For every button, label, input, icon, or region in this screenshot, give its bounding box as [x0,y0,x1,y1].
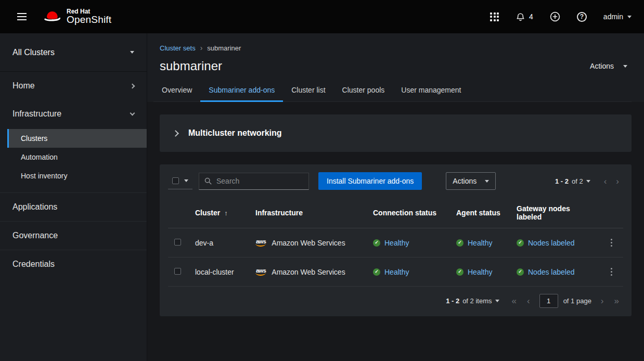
aws-icon: aws [255,267,266,276]
agent-status-link[interactable]: ✓ Healthy [456,239,504,247]
pagination-menu-toggle[interactable]: 1 - 2 of 2 [555,177,590,185]
check-circle-icon: ✓ [373,268,380,276]
row-kebab-menu-button[interactable] [606,266,617,278]
column-header-agent-status: Agent status [450,198,510,228]
search-input[interactable] [216,177,303,185]
table-actions-label: Actions [453,177,476,185]
sidebar-item-infrastructure[interactable]: Infrastructure [0,100,147,128]
sidebar-item-label: Credentials [12,260,55,269]
pagination-next-button[interactable]: › [597,296,608,305]
check-circle-icon: ✓ [456,239,463,247]
table-row: local-cluster aws Amazon Web Services ✓ [168,257,623,287]
column-header-connection-status: Connection status [367,198,450,228]
search-box [199,173,309,190]
multicluster-networking-title: Multicluster networking [188,128,282,138]
pagination-total: of 2 [572,177,583,185]
pagination-first-button[interactable]: « [508,296,521,305]
sidebar-item-host-inventory[interactable]: Host inventory [7,166,147,185]
table-row: dev-a aws Amazon Web Services ✓ [168,228,623,257]
caret-down-icon [586,180,590,183]
help-button[interactable]: ? [577,12,587,22]
column-header-infrastructure: Infrastructure [249,198,367,228]
page-header: Cluster sets › submariner submariner Act… [147,33,644,102]
page-actions-label: Actions [590,62,614,70]
gateway-status-link[interactable]: ✓ Nodes labeled [517,268,593,276]
tab-user-management[interactable]: User management [393,80,469,101]
sidebar-item-automation[interactable]: Automation [7,148,147,166]
breadcrumb: Cluster sets › submariner [160,44,632,52]
gateway-status-link[interactable]: ✓ Nodes labeled [517,239,593,247]
row-kebab-menu-button[interactable] [606,237,617,249]
row-checkbox[interactable] [174,268,181,275]
cluster-name: local-cluster [189,257,249,287]
tab-cluster-list[interactable]: Cluster list [283,80,333,101]
column-header-cluster[interactable]: Cluster ↑ [195,209,243,217]
app-launcher-button[interactable] [490,12,499,21]
username-label: admin [603,12,623,21]
tab-cluster-pools[interactable]: Cluster pools [334,80,393,101]
status-label: Nodes labeled [528,268,575,276]
expand-chevron-icon[interactable] [172,130,179,137]
pagination-range: 1 - 2 [555,177,569,185]
sidebar-item-governance[interactable]: Governance [0,221,147,250]
pagination-range: 1 - 2 [446,297,459,305]
pagination-total: of 2 items [462,297,492,305]
bell-icon [516,12,525,22]
pagination-nav: « ‹ of 1 page › » [508,294,624,308]
select-all-checkbox[interactable] [172,177,179,184]
connection-status-link[interactable]: ✓ Healthy [373,268,444,276]
tab-submariner-add-ons[interactable]: Submariner add-ons [200,80,283,101]
row-checkbox[interactable] [174,239,181,246]
nav-toggle-button[interactable] [12,7,31,26]
sidebar-item-clusters[interactable]: Clusters [7,129,147,148]
chevron-right-icon [130,83,135,88]
actions-column-header [599,198,623,228]
brand-line2: OpenShift [67,15,111,25]
install-submariner-button[interactable]: Install Submariner add-ons [318,172,422,190]
pagination-last-button[interactable]: » [610,296,623,305]
notifications-button[interactable]: 4 [516,12,533,22]
checkbox-column-header [168,198,189,228]
title-row: submariner Actions [160,59,632,73]
agent-status-link[interactable]: ✓ Healthy [456,268,504,276]
infrastructure-subnav: Clusters Automation Host inventory [7,129,147,185]
sidebar-item-applications[interactable]: Applications [0,192,147,221]
user-menu-dropdown[interactable]: admin [603,12,632,21]
brand-logo[interactable]: Red Hat OpenShift [43,8,111,25]
column-header-gateway-nodes: Gateway nodes labeled [510,198,599,228]
sidebar-item-home[interactable]: Home [0,72,147,100]
pagination-prev-button[interactable]: ‹ [523,296,534,305]
infrastructure-label: Amazon Web Services [272,268,345,276]
page-content: Multicluster networking Install Submarin… [147,102,644,361]
addons-table: Cluster ↑ Infrastructure Connection stat… [160,198,632,287]
sidebar-item-credentials[interactable]: Credentials [0,250,147,278]
caret-down-icon [627,16,632,18]
pagination-menu-toggle[interactable]: 1 - 2 of 2 items [446,297,499,305]
breadcrumb-current: submariner [207,44,241,52]
tab-overview[interactable]: Overview [153,80,200,101]
sidebar-item-label: Governance [12,231,58,240]
table-toolbar: Install Submariner add-ons Actions 1 - 2… [160,164,632,198]
page-count-label: of 1 page [563,297,591,305]
status-label: Healthy [384,268,409,276]
current-page-input[interactable] [539,294,558,308]
pagination-prev-button[interactable]: ‹ [600,177,611,186]
caret-down-icon [623,65,627,68]
caret-down-icon [130,51,134,54]
breadcrumb-link-cluster-sets[interactable]: Cluster sets [160,44,196,52]
check-circle-icon: ✓ [373,239,380,247]
question-circle-icon: ? [577,12,587,22]
page-actions-dropdown[interactable]: Actions [590,62,627,70]
top-pagination: 1 - 2 of 2 ‹ › [555,177,623,186]
search-icon [204,177,212,185]
submariner-addons-table-card: Install Submariner add-ons Actions 1 - 2… [160,164,632,316]
import-button[interactable] [550,11,560,22]
aws-icon: aws [255,238,266,247]
multicluster-networking-card[interactable]: Multicluster networking [160,114,632,152]
pagination-next-button[interactable]: › [612,177,623,186]
connection-status-link[interactable]: ✓ Healthy [373,239,444,247]
perspective-switcher[interactable]: All Clusters [0,33,147,72]
bulk-select-dropdown[interactable] [168,173,192,189]
table-actions-dropdown[interactable]: Actions [446,172,496,190]
notification-count-badge: 4 [529,12,533,21]
